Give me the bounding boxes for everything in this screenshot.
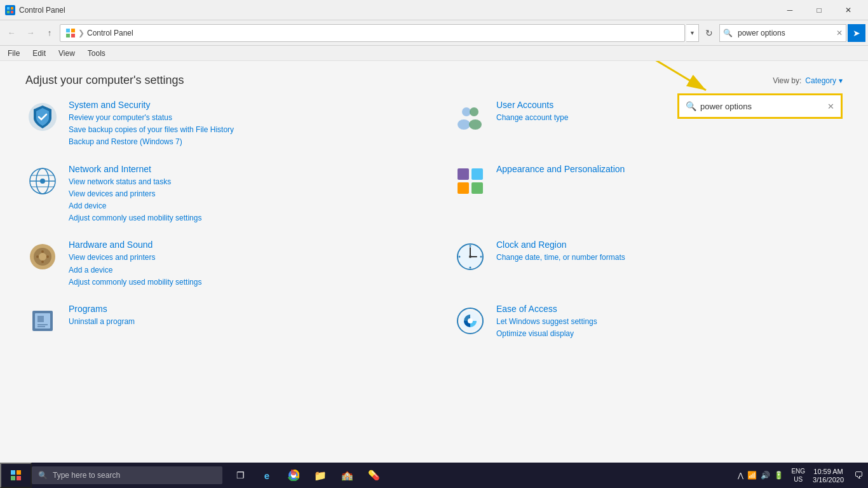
user-accounts-title[interactable]: User Accounts: [496, 100, 568, 110]
address-bar[interactable]: ❯ Control Panel: [60, 24, 685, 42]
svg-rect-24: [471, 182, 483, 194]
programs-text: Programs Uninstall a program: [69, 304, 135, 328]
svg-rect-4: [66, 29, 70, 32]
system-security-title[interactable]: System and Security: [69, 100, 234, 110]
taskbar-outlook[interactable]: 💊: [361, 463, 386, 488]
programs-link-1[interactable]: Uninstall a program: [69, 316, 135, 328]
svg-point-38: [470, 267, 471, 269]
menu-view[interactable]: View: [53, 46, 80, 60]
user-accounts-link-1[interactable]: Change account type: [496, 112, 568, 124]
search-input-top[interactable]: [719, 24, 846, 42]
hardware-link-2[interactable]: Add a device: [69, 264, 201, 276]
svg-rect-0: [7, 7, 10, 10]
appearance-title[interactable]: Appearance and Personalization: [496, 164, 625, 174]
taskbar-chrome[interactable]: [281, 463, 306, 488]
svg-point-36: [469, 255, 471, 258]
address-separator: ❯: [78, 29, 85, 37]
svg-point-48: [468, 318, 473, 323]
svg-point-30: [36, 255, 39, 258]
taskbar-task-view[interactable]: ❐: [227, 463, 253, 488]
search-icon-top: 🔍: [723, 29, 733, 37]
categories-grid: System and Security Review your computer…: [25, 100, 843, 340]
title-bar-app-icon: [5, 5, 15, 15]
taskbar-network-icon: 📶: [747, 471, 757, 480]
svg-point-27: [39, 253, 46, 261]
category-ease-access: Ease of Access Let Windows suggest setti…: [453, 304, 843, 340]
taskbar-explorer[interactable]: 📁: [308, 463, 333, 488]
taskbar-language[interactable]: ENGUS: [789, 467, 808, 484]
programs-icon: [25, 304, 60, 338]
svg-rect-21: [458, 168, 469, 180]
network-link-3[interactable]: Add device: [69, 200, 201, 212]
taskbar-time: 10:59 AM: [813, 468, 843, 475]
close-button[interactable]: ✕: [834, 0, 863, 20]
menu-file[interactable]: File: [3, 46, 25, 60]
up-button[interactable]: ↑: [41, 24, 58, 42]
search-wrapper: 🔍 ✕: [719, 24, 846, 42]
category-appearance: Appearance and Personalization: [453, 164, 843, 225]
taskbar-store[interactable]: 🏫: [334, 463, 360, 488]
search-popup-clear[interactable]: ✕: [827, 102, 834, 111]
maximize-button[interactable]: □: [804, 0, 834, 20]
taskbar-clock[interactable]: 10:59 AM 3/16/2020: [808, 463, 849, 488]
svg-point-12: [470, 107, 478, 116]
programs-title[interactable]: Programs: [69, 304, 135, 314]
category-system-security: System and Security Review your computer…: [25, 100, 415, 149]
ease-access-title[interactable]: Ease of Access: [496, 304, 597, 314]
hardware-sound-title[interactable]: Hardware and Sound: [69, 240, 201, 250]
taskbar-chevron[interactable]: ⋀: [738, 471, 743, 480]
clock-link-1[interactable]: Change date, time, or number formats: [496, 252, 625, 264]
ease-link-2[interactable]: Optimize visual display: [496, 328, 597, 340]
svg-rect-2: [7, 11, 10, 13]
svg-point-31: [46, 255, 49, 258]
svg-rect-22: [471, 168, 483, 180]
svg-point-40: [480, 256, 482, 258]
menu-edit[interactable]: Edit: [27, 46, 51, 60]
minimize-button[interactable]: ─: [775, 0, 804, 20]
main-content: Adjust your computer's settings View by:…: [0, 61, 868, 463]
ease-access-text: Ease of Access Let Windows suggest setti…: [496, 304, 597, 340]
taskbar-search-bar[interactable]: 🔍 Type here to search: [32, 466, 222, 484]
system-security-link-1[interactable]: Review your computer's status: [69, 112, 234, 124]
network-link-4[interactable]: Adjust commonly used mobility settings: [69, 212, 201, 224]
taskbar: 🔍 Type here to search ❐ e 📁 🏫 💊 ⋀ 📶 🔊 🔋 …: [0, 463, 868, 488]
clock-region-text: Clock and Region Change date, time, or n…: [496, 240, 625, 264]
toolbar: ← → ↑ ❯ Control Panel ▼ ↻ 🔍 ✕ ➤: [0, 20, 868, 46]
user-accounts-text: User Accounts Change account type: [496, 100, 568, 124]
category-programs: Programs Uninstall a program: [25, 304, 415, 340]
search-clear-button-top[interactable]: ✕: [836, 29, 843, 37]
svg-rect-23: [458, 182, 469, 194]
view-by-dropdown[interactable]: Category ▾: [805, 76, 843, 85]
system-security-link-3[interactable]: Backup and Restore (Windows 7): [69, 136, 234, 148]
taskbar-notification-button[interactable]: 🗨: [849, 463, 868, 488]
search-popup-input[interactable]: [700, 102, 824, 111]
search-go-button[interactable]: ➤: [848, 24, 865, 42]
hardware-link-1[interactable]: View devices and printers: [69, 252, 201, 264]
taskbar-date: 3/16/2020: [813, 476, 844, 484]
address-dropdown[interactable]: ▼: [686, 24, 699, 42]
title-bar-left: Control Panel: [5, 5, 65, 15]
hardware-link-3[interactable]: Adjust commonly used mobility settings: [69, 276, 201, 288]
network-link-2[interactable]: View devices and printers: [69, 188, 201, 200]
appearance-text: Appearance and Personalization: [496, 164, 625, 176]
system-security-link-2[interactable]: Save backup copies of your files with Fi…: [69, 124, 234, 136]
menu-tools[interactable]: Tools: [83, 46, 111, 60]
back-button[interactable]: ←: [3, 24, 20, 42]
start-button[interactable]: [0, 463, 32, 488]
page-title: Adjust your computer's settings: [25, 74, 184, 87]
svg-rect-43: [37, 316, 44, 322]
svg-rect-52: [17, 476, 21, 480]
refresh-button[interactable]: ↻: [700, 24, 718, 42]
taskbar-search-text: Type here to search: [53, 471, 120, 480]
ease-link-1[interactable]: Let Windows suggest settings: [496, 316, 597, 328]
main-header: Adjust your computer's settings View by:…: [25, 74, 843, 87]
taskbar-app-icons: ❐ e 📁 🏫 💊: [227, 463, 386, 488]
svg-point-20: [40, 179, 45, 184]
title-bar: Control Panel ─ □ ✕: [0, 0, 868, 20]
clock-region-title[interactable]: Clock and Region: [496, 240, 625, 250]
network-internet-title[interactable]: Network and Internet: [69, 164, 201, 174]
forward-button[interactable]: →: [22, 24, 39, 42]
clock-region-icon: [453, 240, 487, 274]
network-link-1[interactable]: View network status and tasks: [69, 176, 201, 188]
taskbar-edge[interactable]: e: [254, 463, 280, 488]
